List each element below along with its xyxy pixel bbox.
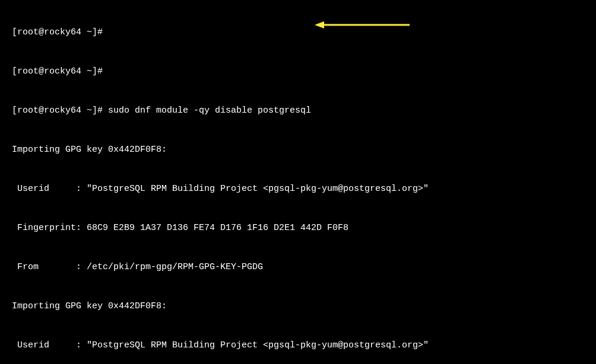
terminal-line: Importing GPG key 0x442DF0F8: [12, 143, 584, 157]
terminal-line: [root@rocky64 ~]# [12, 65, 584, 78]
terminal-line: From : /etc/pki/rpm-gpg/RPM-GPG-KEY-PGDG [12, 261, 584, 274]
svg-marker-1 [315, 21, 324, 28]
terminal-line: Importing GPG key 0x442DF0F8: [12, 300, 584, 313]
terminal-line-command: [root@rocky64 ~]# sudo dnf module -qy di… [12, 104, 584, 117]
terminal-line: Userid : "PostgreSQL RPM Building Projec… [12, 339, 584, 352]
terminal-output[interactable]: [root@rocky64 ~]# [root@rocky64 ~]# [roo… [0, 0, 596, 364]
terminal-line-partial: [root@rocky64 ~]# [12, 26, 584, 39]
terminal-line: Userid : "PostgreSQL RPM Building Projec… [12, 183, 584, 196]
terminal-line: Fingerprint: 68C9 E2B9 1A37 D136 FE74 D1… [12, 222, 584, 235]
arrow-icon [315, 21, 410, 29]
annotation-arrow [315, 21, 410, 29]
